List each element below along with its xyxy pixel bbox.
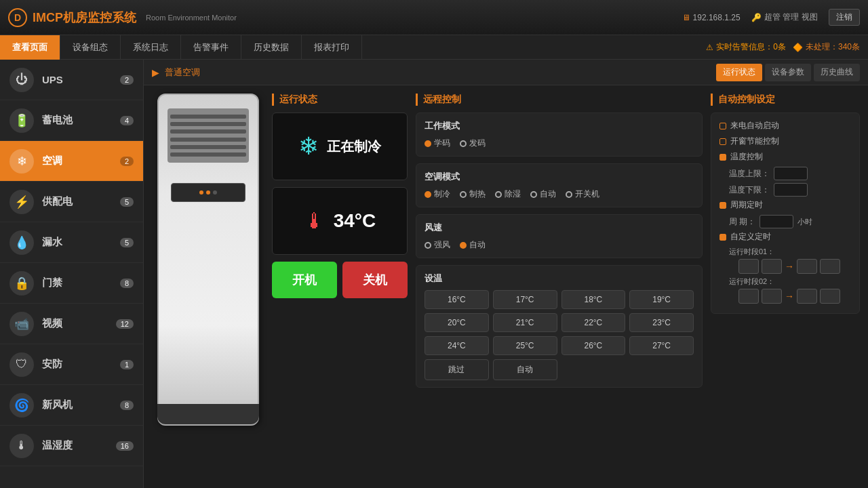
time-box-01-h1[interactable]: [738, 259, 759, 274]
radio-dot-zhileng: [425, 191, 431, 198]
temp-btn-20[interactable]: 20°C: [425, 313, 489, 332]
temp-btn-19[interactable]: 19°C: [629, 290, 694, 309]
temp-btn-skip[interactable]: 跳过: [425, 359, 489, 380]
power-on-button[interactable]: 开机: [272, 262, 337, 298]
time-box-02-h1[interactable]: [738, 289, 759, 304]
ip-address: 192.168.1.25: [693, 13, 741, 22]
radio-label-strong: 强风: [434, 239, 450, 251]
fan-mode-strong[interactable]: 强风: [425, 239, 450, 251]
ac-mode-switch[interactable]: 开关机: [566, 188, 599, 200]
radio-dot-fama: [460, 140, 467, 147]
vent-line-1: [170, 115, 246, 119]
time-box-01-h2[interactable]: [797, 259, 817, 274]
work-mode-option-0[interactable]: 学码: [425, 138, 450, 149]
radio-label-zhire: 制热: [469, 188, 486, 200]
fan-mode-label: 风速: [425, 222, 694, 234]
fan-mode-auto[interactable]: 自动: [460, 239, 486, 251]
sidebar-item-ups[interactable]: ⏻ UPS 2: [0, 60, 143, 100]
ac-mode-block: 空调模式 制冷 制热 除湿: [416, 163, 703, 207]
checkbox-temp[interactable]: [719, 154, 726, 161]
temp-btn-27[interactable]: 27°C: [629, 336, 694, 355]
content-header: ▶ 普通空调 运行状态 设备参数 历史曲线: [144, 60, 868, 85]
auto-label-power: 来电自动启动: [730, 120, 779, 131]
sidebar-item-power[interactable]: ⚡ 供配电 5: [0, 182, 143, 222]
checkbox-window[interactable]: [719, 138, 726, 145]
temp-btn-23[interactable]: 23°C: [629, 313, 694, 332]
input-period[interactable]: [760, 215, 793, 228]
ac-mode-zhire[interactable]: 制热: [460, 188, 486, 200]
status-panel-title: 运行状态: [272, 94, 408, 106]
alert-warning: ⚠ 实时告警信息：0条: [706, 41, 786, 53]
vent-line-3: [170, 129, 246, 134]
ac-mode-zhileng[interactable]: 制冷: [425, 188, 450, 200]
content-area: ▶ 普通空调 运行状态 设备参数 历史曲线: [144, 60, 868, 488]
remote-panel: 远程控制 工作模式 学码 发码 空调模: [416, 94, 703, 480]
input-temp-upper[interactable]: [774, 167, 808, 180]
temp-btn-21[interactable]: 21°C: [493, 313, 557, 332]
time-box-01-m1[interactable]: [762, 259, 782, 274]
ac-display-dots: [199, 190, 217, 195]
input-temp-lower[interactable]: [774, 183, 808, 197]
power-icon: ⚡: [9, 190, 34, 214]
sidebar-label-battery: 蓄电池: [42, 114, 120, 127]
btn-run-status[interactable]: 运行状态: [716, 64, 762, 81]
auto-row-temp: 温度控制: [719, 151, 851, 163]
checkbox-custom[interactable]: [719, 234, 726, 241]
sidebar-item-ac[interactable]: ❄ 空调 2: [0, 141, 143, 182]
power-off-button[interactable]: 关机: [342, 262, 408, 298]
ac-mode-chushi[interactable]: 除湿: [495, 188, 521, 200]
sidebar-item-fan[interactable]: 🌀 新风机 8: [0, 385, 143, 426]
nav-alerts: ⚠ 实时告警信息：0条 🔶 未处理：340条: [706, 41, 868, 53]
ac-icon: ❄: [9, 149, 34, 174]
nav-tab-alert[interactable]: 告警事件: [181, 35, 241, 60]
btn-device-params[interactable]: 设备参数: [765, 64, 811, 81]
temp-icon: 🌡: [9, 434, 34, 458]
time-box-02-m2[interactable]: [820, 289, 840, 304]
security-icon: 🛡: [9, 352, 34, 377]
temp-btn-25[interactable]: 25°C: [493, 336, 557, 355]
sidebar-item-battery[interactable]: 🔋 蓄电池 4: [0, 100, 143, 141]
main-layout: ⏻ UPS 2 🔋 蓄电池 4 ❄ 空调 2 ⚡ 供配电 5 💧 漏水 5 🔒 …: [0, 60, 868, 488]
sidebar-item-access[interactable]: 🔒 门禁 8: [0, 263, 143, 304]
sidebar-label-security: 安防: [42, 358, 120, 371]
admin-label: 超管 管理: [764, 12, 799, 23]
sidebar-item-water[interactable]: 💧 漏水 5: [0, 222, 143, 263]
nav-tab-history[interactable]: 历史数据: [241, 35, 302, 60]
battery-icon: 🔋: [9, 108, 34, 133]
work-mode-option-1[interactable]: 发码: [460, 138, 486, 149]
auto-sub-period: 周 期： 小时: [729, 215, 851, 228]
temp-btn-17[interactable]: 17°C: [493, 290, 557, 309]
ac-mode-zidong[interactable]: 自动: [530, 188, 556, 200]
time-box-02-h2[interactable]: [797, 289, 817, 304]
nav-bar: 查看页面 设备组态 系统日志 告警事件 历史数据 报表打印 ⚠ 实时告警信息：0…: [0, 35, 868, 60]
temp-btn-22[interactable]: 22°C: [561, 313, 626, 332]
temp-btn-26[interactable]: 26°C: [561, 336, 626, 355]
arrow-right-02: →: [785, 291, 794, 302]
sidebar-item-security[interactable]: 🛡 安防 1: [0, 344, 143, 385]
nav-tab-syslog[interactable]: 系统日志: [121, 35, 181, 60]
sub-label-period: 周 期：: [729, 216, 755, 228]
top-right: 🖥 192.168.1.25 🔑 超管 管理 视图 注销: [682, 9, 860, 26]
sidebar-item-video[interactable]: 📹 视频 12: [0, 304, 143, 344]
checkbox-power[interactable]: [719, 123, 726, 129]
app-title: IMCP机房监控系统: [33, 9, 136, 26]
sidebar-item-temp[interactable]: 🌡 温湿度 16: [0, 426, 143, 466]
vent-line-6: [170, 152, 246, 157]
sidebar-badge-ac: 2: [120, 157, 134, 166]
btn-history-curve[interactable]: 历史曲线: [814, 64, 860, 81]
auto-row-custom: 自定义定时: [719, 231, 851, 243]
time-box-02-m1[interactable]: [762, 289, 782, 304]
time-box-01-m2[interactable]: [820, 259, 840, 274]
temp-btn-18[interactable]: 18°C: [561, 290, 626, 309]
nav-tab-view[interactable]: 查看页面: [0, 35, 60, 60]
top-bar: D IMCP机房监控系统 Room Environment Monitor 🖥 …: [0, 0, 868, 35]
sidebar-badge-access: 8: [120, 279, 134, 288]
fan-icon: 🌀: [9, 393, 34, 418]
temp-btn-16[interactable]: 16°C: [425, 290, 489, 309]
temp-btn-24[interactable]: 24°C: [425, 336, 489, 355]
logout-button[interactable]: 注销: [829, 9, 860, 26]
checkbox-periodic[interactable]: [719, 202, 726, 209]
temp-btn-auto[interactable]: 自动: [493, 359, 557, 380]
nav-tab-device[interactable]: 设备组态: [60, 35, 121, 60]
nav-tab-report[interactable]: 报表打印: [302, 35, 362, 60]
